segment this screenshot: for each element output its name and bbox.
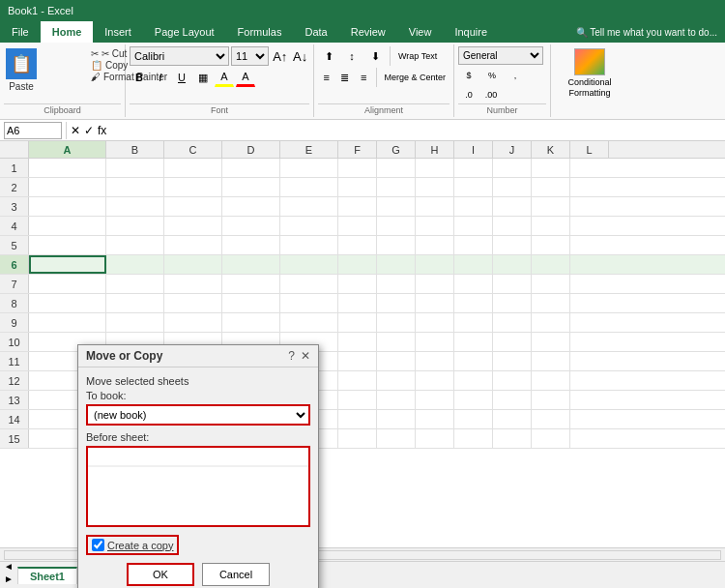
cell-c2[interactable] — [164, 178, 222, 196]
cell-f8[interactable] — [338, 294, 377, 312]
cell-j13[interactable] — [493, 391, 532, 409]
dialog-help-button[interactable]: ? — [288, 349, 295, 363]
cell-g6[interactable] — [377, 255, 416, 274]
cell-b2[interactable] — [106, 178, 164, 196]
cell-h6[interactable] — [416, 255, 454, 274]
cell-h4[interactable] — [416, 217, 454, 235]
cell-f13[interactable] — [338, 391, 377, 409]
cell-e1[interactable] — [280, 159, 338, 177]
tab-data[interactable]: Data — [293, 21, 338, 43]
cell-j15[interactable] — [493, 429, 532, 448]
cell-g15[interactable] — [377, 429, 416, 448]
cell-f6[interactable] — [338, 255, 377, 274]
cell-a7[interactable] — [29, 275, 106, 293]
ok-button[interactable]: OK — [127, 563, 194, 586]
cell-g10[interactable] — [377, 333, 416, 351]
cell-b6[interactable] — [106, 255, 164, 274]
cell-a6[interactable] — [29, 255, 106, 274]
align-bottom-button[interactable]: ⬇ — [364, 46, 386, 66]
cell-a1[interactable] — [29, 159, 106, 177]
cell-c9[interactable] — [164, 313, 222, 332]
cell-i15[interactable] — [454, 429, 493, 448]
cell-k12[interactable] — [532, 371, 570, 390]
decrease-decimal-button[interactable]: .00 — [480, 86, 502, 103]
cell-e6[interactable] — [280, 255, 338, 274]
cell-d6[interactable] — [222, 255, 280, 274]
align-top-button[interactable]: ⬆ — [318, 46, 339, 66]
cell-f9[interactable] — [338, 313, 377, 332]
cell-h15[interactable] — [416, 429, 454, 448]
cell-c8[interactable] — [164, 294, 222, 312]
cell-j14[interactable] — [493, 410, 532, 428]
cell-i13[interactable] — [454, 391, 493, 409]
col-header-c[interactable]: C — [164, 141, 222, 158]
wrap-text-button[interactable]: Wrap Text — [394, 46, 441, 66]
cell-k8[interactable] — [532, 294, 570, 312]
cell-f4[interactable] — [338, 217, 377, 235]
col-header-l[interactable]: L — [570, 141, 609, 158]
cell-f5[interactable] — [338, 236, 377, 254]
cell-j12[interactable] — [493, 371, 532, 390]
formula-confirm-icon[interactable]: ✓ — [84, 124, 94, 137]
percent-button[interactable]: % — [481, 67, 503, 84]
underline-button[interactable]: U — [172, 68, 191, 87]
font-name-select[interactable]: Calibri — [130, 46, 229, 66]
cell-i7[interactable] — [454, 275, 493, 293]
before-sheet-listbox[interactable] — [88, 467, 308, 525]
cell-d2[interactable] — [222, 178, 280, 196]
cell-i14[interactable] — [454, 410, 493, 428]
align-right-button[interactable]: ≡ — [355, 68, 371, 87]
cell-k15[interactable] — [532, 429, 570, 448]
cell-g2[interactable] — [377, 178, 416, 196]
cell-k5[interactable] — [532, 236, 570, 254]
cell-k7[interactable] — [532, 275, 570, 293]
cell-g7[interactable] — [377, 275, 416, 293]
cell-c5[interactable] — [164, 236, 222, 254]
cell-j11[interactable] — [493, 352, 532, 370]
cell-f15[interactable] — [338, 429, 377, 448]
cell-g4[interactable] — [377, 217, 416, 235]
accounting-button[interactable]: $ — [458, 67, 479, 84]
cell-c1[interactable] — [164, 159, 222, 177]
name-box[interactable] — [4, 122, 62, 139]
cell-i3[interactable] — [454, 197, 493, 216]
cell-g9[interactable] — [377, 313, 416, 332]
cell-a8[interactable] — [29, 294, 106, 312]
cell-e9[interactable] — [280, 313, 338, 332]
cell-k1[interactable] — [532, 159, 570, 177]
cell-k2[interactable] — [532, 178, 570, 196]
paste-button[interactable]: 📋 Paste — [4, 46, 39, 103]
tab-file[interactable]: File — [0, 21, 41, 43]
cell-d1[interactable] — [222, 159, 280, 177]
cell-g11[interactable] — [377, 352, 416, 370]
cell-e5[interactable] — [280, 236, 338, 254]
cell-j4[interactable] — [493, 217, 532, 235]
cell-k10[interactable] — [532, 333, 570, 351]
cell-c7[interactable] — [164, 275, 222, 293]
cell-h10[interactable] — [416, 333, 454, 351]
create-copy-label[interactable]: Create a copy — [107, 540, 173, 551]
col-header-a[interactable]: A — [29, 141, 106, 158]
cell-j5[interactable] — [493, 236, 532, 254]
cell-c4[interactable] — [164, 217, 222, 235]
merge-center-button[interactable]: Merge & Center — [380, 68, 450, 87]
cell-i10[interactable] — [454, 333, 493, 351]
cell-d5[interactable] — [222, 236, 280, 254]
cell-b1[interactable] — [106, 159, 164, 177]
cell-f11[interactable] — [338, 352, 377, 370]
tab-view[interactable]: View — [397, 21, 444, 43]
tab-inquire[interactable]: Inquire — [443, 21, 499, 43]
cell-j6[interactable] — [493, 255, 532, 274]
cell-f7[interactable] — [338, 275, 377, 293]
number-format-select[interactable]: General — [458, 46, 543, 65]
cell-b9[interactable] — [106, 313, 164, 332]
cell-a2[interactable] — [29, 178, 106, 196]
cell-k11[interactable] — [532, 352, 570, 370]
cell-e8[interactable] — [280, 294, 338, 312]
cell-e4[interactable] — [280, 217, 338, 235]
cell-i8[interactable] — [454, 294, 493, 312]
cell-i9[interactable] — [454, 313, 493, 332]
align-center-button[interactable]: ≣ — [336, 68, 353, 87]
cell-c3[interactable] — [164, 197, 222, 216]
cell-k6[interactable] — [532, 255, 570, 274]
